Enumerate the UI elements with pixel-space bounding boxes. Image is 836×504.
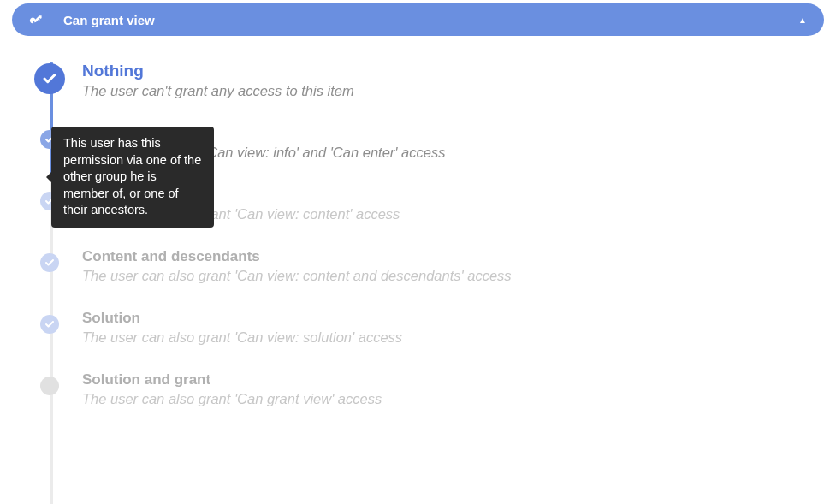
check-icon bbox=[40, 315, 59, 334]
option-desc: The user can't grant any access to this … bbox=[82, 83, 824, 99]
option-desc: The user can also grant 'Can view: conte… bbox=[82, 268, 824, 284]
caret-up-icon: ▲ bbox=[798, 15, 807, 25]
permission-option-solution[interactable]: Solution The user can also grant 'Can vi… bbox=[53, 310, 824, 346]
permission-timeline: Nothing The user can't grant any access … bbox=[12, 62, 824, 407]
bullet-icon bbox=[40, 377, 59, 395]
option-title: Nothing bbox=[82, 62, 824, 80]
option-title: Content and descendants bbox=[82, 248, 824, 265]
permission-header[interactable]: Can grant view ▲ bbox=[12, 3, 824, 36]
option-title: Solution bbox=[82, 310, 824, 327]
option-title: Solution and grant bbox=[82, 371, 824, 388]
permission-option-content-descendants[interactable]: Content and descendants The user can als… bbox=[53, 248, 824, 284]
key-icon bbox=[29, 13, 43, 27]
permission-option-nothing[interactable]: Nothing The user can't grant any access … bbox=[53, 62, 824, 99]
permission-header-title: Can grant view bbox=[63, 13, 798, 27]
permission-option-solution-grant[interactable]: Solution and grant The user can also gra… bbox=[53, 371, 824, 407]
permission-tooltip: This user has this permission via one of… bbox=[51, 127, 214, 228]
check-icon bbox=[34, 63, 65, 94]
option-desc: The user can also grant 'Can grant view'… bbox=[82, 391, 824, 407]
option-desc: The user can also grant 'Can view: solut… bbox=[82, 329, 824, 346]
check-icon bbox=[40, 253, 59, 272]
